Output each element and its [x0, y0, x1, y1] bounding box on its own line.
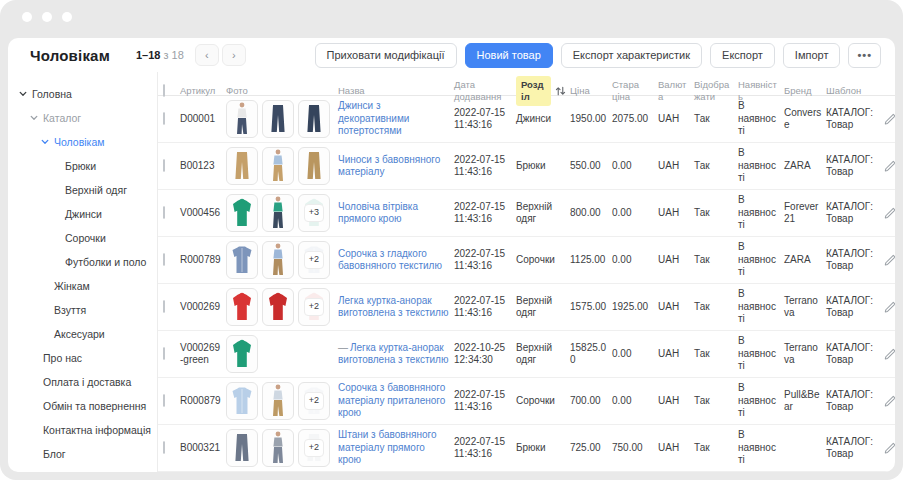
- row-checkbox[interactable]: [163, 112, 165, 125]
- edit-icon[interactable]: [884, 159, 895, 173]
- next-page-button[interactable]: ›: [222, 44, 246, 66]
- edit-icon[interactable]: [884, 206, 895, 220]
- action-button-2[interactable]: Експорт характеристик: [561, 43, 702, 68]
- sidebar-item-головна[interactable]: Головна: [8, 82, 157, 106]
- product-photo[interactable]: [262, 429, 294, 467]
- sku-cell: B000321: [180, 438, 226, 459]
- row-checkbox[interactable]: [163, 206, 165, 219]
- product-photo[interactable]: [298, 147, 330, 185]
- product-photo[interactable]: +2: [298, 288, 330, 326]
- edit-icon[interactable]: [884, 441, 895, 455]
- row-actions: [884, 155, 895, 177]
- product-photo[interactable]: [262, 100, 294, 138]
- chevron-down-icon[interactable]: [18, 89, 28, 99]
- row-checkbox[interactable]: [163, 300, 165, 313]
- product-photo[interactable]: [262, 147, 294, 185]
- sidebar-item-label: Обмін та повернення: [43, 400, 146, 412]
- product-photo[interactable]: [226, 147, 258, 185]
- action-button-4[interactable]: Імпорт: [783, 43, 841, 68]
- product-photo[interactable]: [226, 429, 258, 467]
- product-name-link[interactable]: Легка куртка-анорак виготовлена з тексти…: [338, 295, 448, 319]
- sidebar-item-обмін-та-повернення[interactable]: Обмін та повернення: [8, 394, 157, 418]
- sidebar-item-блог[interactable]: Блог: [8, 442, 157, 466]
- action-button-0[interactable]: Приховати модифікації: [315, 43, 457, 68]
- product-photo[interactable]: [226, 382, 258, 420]
- product-photo[interactable]: [262, 194, 294, 232]
- chevron-down-icon[interactable]: [40, 137, 50, 147]
- row-checkbox[interactable]: [163, 394, 165, 407]
- row-checkbox[interactable]: [163, 347, 165, 360]
- product-name-link[interactable]: Легка куртка-анорак виготовлена з тексти…: [338, 342, 448, 366]
- product-name-link[interactable]: Штани з бавовняного матеріалу прямого кр…: [338, 429, 437, 465]
- brand-cell: Terranova: [784, 338, 826, 371]
- chevron-down-icon: [51, 257, 61, 267]
- sidebar-item-жінкам[interactable]: Жінкам: [8, 274, 157, 298]
- sidebar-item-аксесуари[interactable]: Аксесуари: [8, 322, 157, 346]
- row-actions: [884, 343, 895, 365]
- product-photo[interactable]: [262, 382, 294, 420]
- product-photo[interactable]: [262, 241, 294, 279]
- sidebar-item-чоловікам[interactable]: Чоловікам: [8, 130, 157, 154]
- chevron-down-icon[interactable]: [29, 113, 39, 123]
- row-checkbox[interactable]: [163, 253, 165, 266]
- product-name-link[interactable]: Сорочка з бавовняного матеріалу притален…: [338, 382, 445, 418]
- stock-cell: В наявності: [738, 425, 784, 471]
- product-photo[interactable]: +2: [298, 429, 330, 467]
- product-photo[interactable]: +3: [298, 194, 330, 232]
- sidebar-item-оплата-і-доставка[interactable]: Оплата і доставка: [8, 370, 157, 394]
- sidebar-item-угода-користувача[interactable]: Угода користувача: [8, 466, 157, 472]
- price-cell: 1950.00: [570, 109, 612, 130]
- sidebar-item-брюки[interactable]: Брюки: [8, 154, 157, 178]
- product-photo[interactable]: +2: [298, 382, 330, 420]
- sku-cell: V000269: [180, 297, 226, 318]
- sort-toggle-icon[interactable]: [555, 86, 566, 96]
- edit-icon[interactable]: [884, 112, 895, 126]
- product-name-link[interactable]: Джинси з декоративними потертостями: [338, 100, 409, 136]
- edit-icon[interactable]: [884, 253, 895, 267]
- display-cell: Так: [694, 297, 738, 318]
- sidebar-item-контактна-інформація[interactable]: Контактна інформація: [8, 418, 157, 442]
- product-name-link[interactable]: Чиноси з бавовняного матеріалу: [338, 154, 440, 178]
- products-table: АртикулФотоНазваДата додаванняРозділЦіна…: [158, 72, 895, 472]
- sku-cell: R000879: [180, 391, 226, 412]
- window-dot: [62, 12, 72, 22]
- sidebar-item-взуття[interactable]: Взуття: [8, 298, 157, 322]
- row-checkbox[interactable]: [163, 159, 165, 172]
- product-photo[interactable]: [226, 194, 258, 232]
- chevron-down-icon: [29, 377, 39, 387]
- prev-page-button[interactable]: ‹: [195, 44, 219, 66]
- action-button-3[interactable]: Експорт: [710, 43, 775, 68]
- product-name-link[interactable]: Сорочка з гладкого бавовняного текстилю: [338, 248, 442, 272]
- product-photo[interactable]: [262, 288, 294, 326]
- price-cell: 1125.00: [570, 250, 612, 271]
- more-actions-button[interactable]: •••: [848, 43, 881, 68]
- edit-icon[interactable]: [884, 394, 895, 408]
- row-checkbox[interactable]: [163, 441, 165, 454]
- product-photo[interactable]: [226, 241, 258, 279]
- sidebar-item-label: Джинси: [65, 208, 102, 220]
- action-button-1[interactable]: Новий товар: [465, 43, 553, 68]
- display-cell: Так: [694, 109, 738, 130]
- window-dot: [42, 12, 52, 22]
- product-name-link[interactable]: Чоловіча вітрівка прямого крою: [338, 201, 418, 225]
- select-all-checkbox[interactable]: [163, 84, 165, 97]
- edit-icon[interactable]: [884, 347, 895, 361]
- price-cell: 550.00: [570, 156, 612, 177]
- section-cell: Верхній одяг: [516, 197, 570, 230]
- price-cell: 1575.00: [570, 297, 612, 318]
- table-body: D00001Джинси з декоративними потертостям…: [158, 96, 895, 472]
- product-photo[interactable]: [226, 288, 258, 326]
- product-photo[interactable]: [226, 335, 258, 373]
- product-photo[interactable]: [298, 100, 330, 138]
- sidebar-item-сорочки[interactable]: Сорочки: [8, 226, 157, 250]
- edit-icon[interactable]: [884, 300, 895, 314]
- sidebar-item-футболки-и-поло[interactable]: Футболки и поло: [8, 250, 157, 274]
- row-actions: [884, 296, 895, 318]
- sidebar-item-каталог[interactable]: Каталог: [8, 106, 157, 130]
- product-photo[interactable]: [226, 100, 258, 138]
- product-photo[interactable]: +2: [298, 241, 330, 279]
- pagination-range: 1–18: [136, 49, 160, 61]
- sidebar-item-джинси[interactable]: Джинси: [8, 202, 157, 226]
- sidebar-item-про-нас[interactable]: Про нас: [8, 346, 157, 370]
- sidebar-item-верхній-одяг[interactable]: Верхній одяг: [8, 178, 157, 202]
